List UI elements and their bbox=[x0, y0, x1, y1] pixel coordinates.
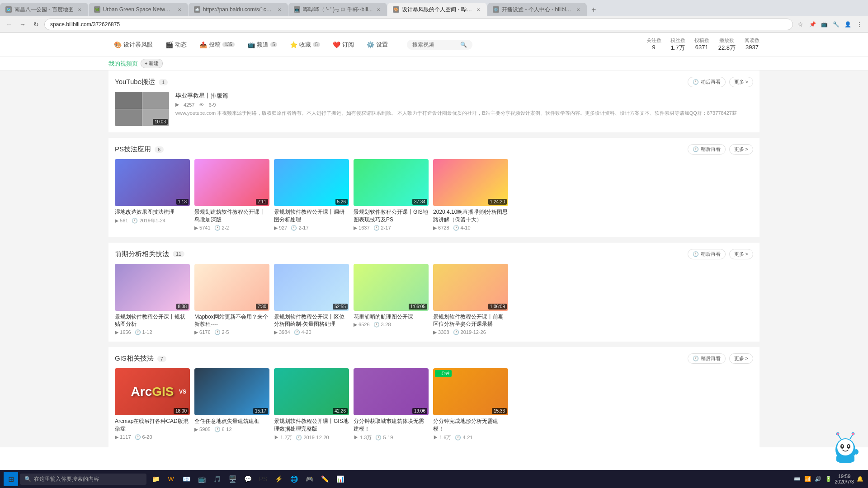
taskbar-app-0[interactable]: 📁 bbox=[148, 472, 163, 486]
menu-icon[interactable]: ⋮ bbox=[854, 19, 864, 29]
video-thumb-1[interactable]: 2:11 bbox=[194, 159, 269, 206]
tab-5-close[interactable]: ✕ bbox=[475, 6, 481, 13]
gis-title-3[interactable]: 分分钟获取城市建筑体块无需建模！ bbox=[354, 418, 429, 433]
bilibili-icon[interactable]: 📺 bbox=[819, 19, 829, 29]
pre-title-1[interactable]: Mapbox网站更新不会用？来个新教程---- bbox=[194, 313, 269, 328]
taskbar-app-4[interactable]: 🎵 bbox=[210, 472, 224, 486]
tab-6-close[interactable]: ✕ bbox=[575, 6, 581, 13]
date-0: 🕐 2019年1-24 bbox=[132, 217, 165, 224]
taskbar-app-3[interactable]: 📺 bbox=[194, 472, 209, 486]
taskbar-search[interactable]: 🔍 在这里输入你要搜索的内容 bbox=[20, 474, 146, 485]
taskbar-app-10[interactable]: 🎮 bbox=[302, 472, 316, 486]
tab-1-close[interactable]: ✕ bbox=[76, 6, 83, 13]
gis-title-2[interactable]: 景规划软件教程公开课丨GIS地理数据处理完整版 bbox=[274, 418, 349, 433]
search-input[interactable] bbox=[412, 42, 458, 48]
nav-item-subscriptions[interactable]: ❤️ 订阅 bbox=[327, 38, 359, 52]
video-search-bar[interactable]: 🔍 bbox=[407, 40, 472, 50]
pre-title-3[interactable]: 花里胡哨的航理图公开课 bbox=[354, 313, 429, 321]
pre-thumb-2[interactable]: 52:55 bbox=[274, 264, 349, 311]
tab-4-close[interactable]: ✕ bbox=[375, 6, 382, 13]
tab-2[interactable]: 🌿 Urban Green Space Network-... ✕ bbox=[89, 3, 188, 16]
address-input[interactable] bbox=[44, 19, 793, 30]
pre-thumb-1[interactable]: 7:30 bbox=[194, 264, 269, 311]
nav-item-settings[interactable]: ⚙️ 设置 bbox=[361, 38, 393, 52]
video-title-4[interactable]: 2020.4.10晚直播-剥削分析图思路讲解（保留十大） bbox=[433, 208, 508, 224]
gis-thumb-2[interactable]: 42:26 bbox=[274, 368, 349, 415]
gis-thumb-1[interactable]: 15:17 bbox=[194, 368, 269, 415]
start-button[interactable]: ⊞ bbox=[4, 472, 18, 486]
volume-icon[interactable]: 🔊 bbox=[814, 475, 822, 483]
nav-item-posts[interactable]: 📤 投稿 135 bbox=[194, 38, 240, 52]
tab-3[interactable]: ☁️ https://pan.baidu.com/s/1chu... ✕ bbox=[189, 3, 288, 16]
preanalysis-watch-later-btn[interactable]: 🕐 稍后再看 bbox=[688, 249, 726, 259]
keyboard-icon[interactable]: ⌨️ bbox=[793, 475, 802, 483]
nav-item-activity[interactable]: 🎬 动态 bbox=[160, 38, 192, 52]
gis-title-1[interactable]: 全任任意地点失量建筑建框 bbox=[194, 418, 269, 425]
gis-title-0[interactable]: Arcmap在线吊打各种CAD版混杂症 bbox=[115, 418, 190, 433]
pinterest-icon[interactable]: 📌 bbox=[807, 19, 817, 29]
tab-6[interactable]: ⚙️ 开播设置 - 个人中心 - bilibili li... ✕ bbox=[487, 3, 587, 16]
back-button[interactable]: ← bbox=[4, 19, 14, 30]
pre-title-2[interactable]: 景规划软件教程公开课丨区位分析图绘制-矢量图格处理 bbox=[274, 313, 349, 328]
taskbar-app-2[interactable]: 📧 bbox=[179, 472, 193, 486]
ps-more-btn[interactable]: 更多 > bbox=[729, 144, 753, 155]
pre-title-4[interactable]: 景规划软件教程公开课丨前期区位分析圣姿公开课录播 bbox=[433, 313, 508, 328]
new-tab-button[interactable]: + bbox=[587, 4, 600, 16]
gis-title-4[interactable]: 分分钟完成地形分析无需建模！ bbox=[433, 418, 508, 433]
gis-section: GIS相关技法 7 🕐 稍后再看 更多 > 18:00 ArcGIS VS bbox=[108, 347, 760, 447]
video-title-2[interactable]: 景规划软件教程公开课丨调研图分析处理 bbox=[274, 208, 349, 224]
taskbar-app-8[interactable]: ⚡ bbox=[271, 472, 286, 486]
video-title-3[interactable]: 景规划软件教程公开课丨GIS地图表现技巧及PS bbox=[354, 208, 429, 224]
pre-thumb-3[interactable]: 1:06:05 bbox=[354, 264, 429, 311]
tab-5[interactable]: 🎨 设计暴风眼的个人空间 - 哔哔... ✕ bbox=[387, 3, 487, 16]
gis-thumb-3[interactable]: 19:06 bbox=[354, 368, 429, 415]
profile-stats: 关注数 9 粉丝数 1.7万 投稿数 6371 播放数 22.8万 阅读数 39… bbox=[646, 37, 760, 52]
taskbar: ⊞ 🔍 在这里输入你要搜索的内容 📁 W 📧 📺 🎵 🖥️ 💬 PS ⚡ 🌐 🎮… bbox=[0, 470, 868, 488]
add-new-button[interactable]: + 新建 bbox=[141, 59, 163, 68]
gis-more-btn[interactable]: 更多 > bbox=[729, 353, 753, 364]
pre-thumb-0[interactable]: 8:38 bbox=[115, 264, 190, 311]
taskbar-app-12[interactable]: 📊 bbox=[333, 472, 347, 486]
notification-icon[interactable]: 🔔 bbox=[856, 475, 864, 483]
pre-title-0[interactable]: 景规划软件教程公开课丨规状贴图分析 bbox=[115, 313, 190, 328]
youtube-thumb[interactable]: 10:03 bbox=[115, 92, 169, 126]
youtube-title[interactable]: 毕业季救星丨排版篇 bbox=[175, 92, 753, 100]
gis-thumb-0[interactable]: 18:00 ArcGIS VS bbox=[115, 368, 190, 415]
posts-badge: 135 bbox=[222, 42, 235, 47]
nav-item-favorites[interactable]: ⭐ 收藏 5 bbox=[284, 38, 326, 52]
account-icon[interactable]: 👤 bbox=[843, 19, 853, 29]
youtube-watch-later-btn[interactable]: 🕐 稍后再看 bbox=[688, 77, 726, 87]
tab-2-close[interactable]: ✕ bbox=[176, 6, 183, 13]
youtube-more-btn[interactable]: 更多 > bbox=[729, 77, 753, 87]
video-thumb-2[interactable]: 5:26 bbox=[274, 159, 349, 206]
taskbar-app-11[interactable]: ✏️ bbox=[317, 472, 332, 486]
pre-thumb-4[interactable]: 1:06:09 bbox=[433, 264, 508, 311]
preanalysis-more-btn[interactable]: 更多 > bbox=[729, 249, 753, 259]
network-icon[interactable]: 📶 bbox=[803, 475, 812, 483]
tab-3-close[interactable]: ✕ bbox=[276, 6, 283, 13]
taskbar-app-9[interactable]: 🌐 bbox=[287, 472, 301, 486]
tab-1[interactable]: 🗺️ 南昌八一公园 - 百度地图 ✕ bbox=[0, 3, 88, 16]
video-thumb-4[interactable]: 1:24:20 bbox=[433, 159, 508, 206]
ps-watch-later-btn[interactable]: 🕐 稍后再看 bbox=[688, 144, 726, 155]
video-title-0[interactable]: 湿地改造效果图技法梳理 bbox=[115, 208, 190, 216]
video-title-1[interactable]: 景规划建筑软件教程公开课丨鸟瞰加深版 bbox=[194, 208, 269, 224]
gis-thumb-4[interactable]: 15:33 一分钟 bbox=[433, 368, 508, 415]
nav-item-channels[interactable]: 📺 频道 5 bbox=[242, 38, 283, 52]
taskbar-app-7[interactable]: PS bbox=[256, 472, 270, 486]
forward-button[interactable]: → bbox=[17, 19, 28, 30]
video-duration-3: 37:34 bbox=[412, 199, 427, 205]
taskbar-app-1[interactable]: W bbox=[164, 472, 178, 486]
battery-icon[interactable]: 🔋 bbox=[824, 475, 833, 483]
tab-4[interactable]: 📺 哔哔哔（ '- ' )っロ 千杯--bili... ✕ bbox=[288, 3, 387, 16]
gis-watch-later-btn[interactable]: 🕐 稍后再看 bbox=[688, 353, 726, 364]
preanalysis-section-actions: 🕐 稍后再看 更多 > bbox=[688, 249, 753, 259]
nav-item-profile[interactable]: 🎨 设计暴风眼 bbox=[108, 38, 158, 52]
video-thumb-3[interactable]: 37:34 bbox=[354, 159, 429, 206]
extension-icon[interactable]: 🔧 bbox=[831, 19, 841, 29]
refresh-button[interactable]: ↻ bbox=[31, 19, 42, 30]
bookmark-icon[interactable]: ☆ bbox=[796, 20, 805, 29]
taskbar-app-6[interactable]: 💬 bbox=[241, 472, 255, 486]
video-thumb-0[interactable]: 1:13 bbox=[115, 159, 190, 206]
taskbar-app-5[interactable]: 🖥️ bbox=[225, 472, 240, 486]
